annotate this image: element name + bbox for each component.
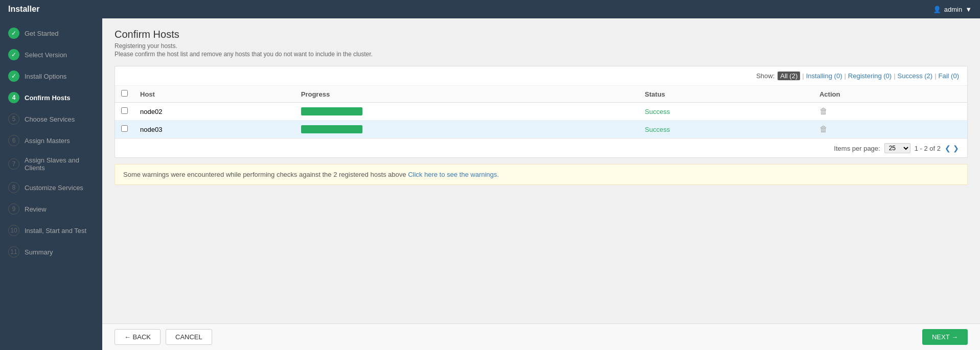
subtitle2: Please confirm the host list and remove … bbox=[115, 51, 968, 58]
sidebar-label-install-start: Install, Start and Test bbox=[25, 227, 86, 235]
step-badge-review: 9 bbox=[8, 203, 19, 215]
page-title: Confirm Hosts bbox=[115, 29, 968, 40]
sep4: | bbox=[935, 72, 936, 80]
status-cell: Success bbox=[639, 121, 813, 138]
checkmark-icon: ✓ bbox=[11, 51, 16, 58]
step-badge-summary: 11 bbox=[8, 246, 19, 258]
status-cell: Success bbox=[639, 103, 813, 121]
top-header: Installer 👤 admin ▼ bbox=[0, 0, 980, 18]
col-status: Status bbox=[639, 86, 813, 103]
sidebar-item-install-options[interactable]: ✓Install Options bbox=[0, 65, 102, 87]
sidebar-label-summary: Summary bbox=[25, 248, 53, 256]
filter-installing[interactable]: Installing (0) bbox=[806, 72, 842, 80]
step-badge-assign-slaves: 7 bbox=[8, 158, 19, 170]
col-host: Host bbox=[134, 86, 295, 103]
sidebar-item-summary[interactable]: 11Summary bbox=[0, 241, 102, 263]
checkmark-icon: ✓ bbox=[11, 73, 16, 80]
action-cell: 🗑 bbox=[813, 103, 967, 121]
progress-bar-container bbox=[301, 125, 362, 133]
page-info: 1 - 2 of 2 bbox=[915, 145, 941, 152]
page-heading: Confirm Hosts Registering your hosts. Pl… bbox=[115, 29, 968, 58]
sep1: | bbox=[802, 72, 804, 80]
next-button[interactable]: NEXT → bbox=[922, 329, 968, 345]
col-progress: Progress bbox=[295, 86, 639, 103]
prev-page-icon[interactable]: ❮ bbox=[945, 144, 951, 152]
subtitle1: Registering your hosts. bbox=[115, 42, 968, 50]
warning-text: Some warnings were encountered while per… bbox=[123, 171, 406, 178]
per-page-select[interactable]: 25 50 100 bbox=[884, 143, 910, 153]
sidebar-label-confirm-hosts: Confirm Hosts bbox=[25, 94, 71, 102]
step-badge-choose-services: 5 bbox=[8, 113, 19, 125]
sidebar-item-select-version[interactable]: ✓Select Version bbox=[0, 44, 102, 65]
step-badge-install-start: 10 bbox=[8, 225, 19, 236]
sidebar-label-review: Review bbox=[25, 205, 47, 213]
sidebar-label-install-options: Install Options bbox=[25, 73, 66, 80]
sidebar-item-review[interactable]: 9Review bbox=[0, 198, 102, 220]
step-badge-get-started: ✓ bbox=[8, 28, 19, 39]
progress-bar-fill bbox=[301, 125, 362, 133]
hosts-card: Show: All (2) | Installing (0) | Registe… bbox=[115, 66, 968, 158]
warning-box: Some warnings were encountered while per… bbox=[115, 164, 968, 185]
main-layout: ✓Get Started✓Select Version✓Install Opti… bbox=[0, 18, 980, 350]
filter-all[interactable]: All (2) bbox=[778, 72, 800, 80]
step-badge-select-version: ✓ bbox=[8, 49, 19, 60]
col-action: Action bbox=[813, 86, 967, 103]
sidebar-label-choose-services: Choose Services bbox=[25, 115, 75, 123]
hosts-table: Host Progress Status Action node02Succes… bbox=[115, 86, 967, 138]
user-label: admin bbox=[944, 6, 962, 13]
chevron-down-icon: ▼ bbox=[965, 6, 972, 13]
sidebar: ✓Get Started✓Select Version✓Install Opti… bbox=[0, 18, 102, 350]
show-label: Show: bbox=[756, 72, 774, 80]
back-button[interactable]: ← BACK bbox=[115, 329, 161, 345]
sep3: | bbox=[894, 72, 895, 80]
sidebar-item-install-start[interactable]: 10Install, Start and Test bbox=[0, 220, 102, 241]
sidebar-item-assign-slaves[interactable]: 7Assign Slaves and Clients bbox=[0, 151, 102, 177]
app-title: Installer bbox=[8, 5, 39, 14]
filter-bar: Show: All (2) | Installing (0) | Registe… bbox=[115, 66, 967, 86]
sidebar-label-get-started: Get Started bbox=[25, 30, 58, 37]
step-badge-confirm-hosts: 4 bbox=[8, 92, 19, 103]
delete-icon[interactable]: 🗑 bbox=[819, 125, 828, 133]
progress-bar-fill bbox=[301, 107, 362, 115]
user-icon: 👤 bbox=[933, 6, 941, 13]
row-checkbox[interactable] bbox=[121, 125, 128, 132]
sidebar-item-confirm-hosts[interactable]: 4Confirm Hosts bbox=[0, 87, 102, 108]
host-name: node02 bbox=[134, 103, 295, 121]
filter-fail[interactable]: Fail (0) bbox=[939, 72, 959, 80]
select-all-checkbox[interactable] bbox=[121, 90, 128, 97]
sidebar-label-select-version: Select Version bbox=[25, 51, 67, 59]
content-area: Confirm Hosts Registering your hosts. Pl… bbox=[102, 18, 980, 350]
sidebar-item-customize-services[interactable]: 8Customize Services bbox=[0, 177, 102, 198]
delete-icon[interactable]: 🗑 bbox=[819, 107, 828, 115]
step-badge-customize-services: 8 bbox=[8, 182, 19, 193]
sidebar-item-get-started[interactable]: ✓Get Started bbox=[0, 22, 102, 44]
sidebar-label-assign-slaves: Assign Slaves and Clients bbox=[25, 156, 94, 172]
next-page-icon[interactable]: ❯ bbox=[953, 144, 959, 152]
content-body: Confirm Hosts Registering your hosts. Pl… bbox=[102, 18, 980, 323]
table-row: node02Success🗑 bbox=[115, 103, 967, 121]
items-per-page-label: Items per page: bbox=[834, 145, 880, 152]
progress-cell bbox=[295, 121, 639, 138]
progress-bar-container bbox=[301, 107, 362, 115]
step-badge-assign-masters: 6 bbox=[8, 135, 19, 146]
checkmark-icon: ✓ bbox=[11, 30, 16, 37]
footer-left: ← BACK CANCEL bbox=[115, 329, 212, 345]
table-row: node03Success🗑 bbox=[115, 121, 967, 138]
action-cell: 🗑 bbox=[813, 121, 967, 138]
filter-success[interactable]: Success (2) bbox=[898, 72, 933, 80]
pagination-bar: Items per page: 25 50 100 1 - 2 of 2 ❮ ❯ bbox=[115, 138, 967, 157]
cancel-button[interactable]: CANCEL bbox=[166, 329, 212, 345]
progress-cell bbox=[295, 103, 639, 121]
warning-link[interactable]: Click here to see the warnings. bbox=[408, 171, 499, 178]
step-badge-install-options: ✓ bbox=[8, 71, 19, 82]
user-menu[interactable]: 👤 admin ▼ bbox=[933, 6, 972, 13]
footer: ← BACK CANCEL NEXT → bbox=[102, 323, 980, 350]
sep2: | bbox=[844, 72, 846, 80]
step-number: 4 bbox=[12, 94, 16, 101]
sidebar-item-choose-services[interactable]: 5Choose Services bbox=[0, 108, 102, 130]
row-checkbox[interactable] bbox=[121, 107, 128, 114]
sidebar-label-assign-masters: Assign Masters bbox=[25, 137, 70, 145]
sidebar-item-assign-masters[interactable]: 6Assign Masters bbox=[0, 130, 102, 151]
sidebar-label-customize-services: Customize Services bbox=[25, 184, 83, 192]
filter-registering[interactable]: Registering (0) bbox=[848, 72, 892, 80]
